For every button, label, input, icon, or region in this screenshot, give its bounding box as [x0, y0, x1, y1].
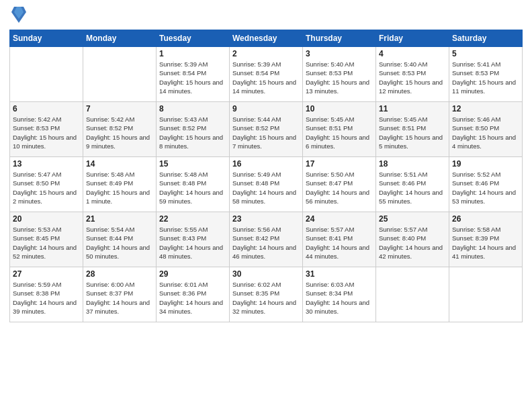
calendar-cell: 2Sunrise: 5:39 AMSunset: 8:54 PMDaylight… [230, 47, 303, 102]
calendar-cell [10, 47, 83, 102]
day-number: 19 [452, 159, 519, 169]
day-number: 15 [159, 159, 226, 169]
cell-info: Sunrise: 6:02 AMSunset: 8:35 PMDaylight:… [232, 280, 300, 316]
cell-info: Sunrise: 5:49 AMSunset: 8:48 PMDaylight:… [232, 170, 300, 205]
calendar-cell: 13Sunrise: 5:47 AMSunset: 8:50 PMDayligh… [10, 157, 83, 212]
calendar-cell: 30Sunrise: 6:02 AMSunset: 8:35 PMDayligh… [230, 267, 303, 322]
cell-info: Sunrise: 5:45 AMSunset: 8:51 PMDaylight:… [379, 115, 446, 150]
day-number: 6 [13, 104, 80, 113]
calendar-cell: 5Sunrise: 5:41 AMSunset: 8:53 PMDaylight… [449, 47, 523, 102]
column-header-sunday: Sunday [10, 30, 83, 47]
calendar-cell [83, 47, 157, 102]
calendar-cell: 11Sunrise: 5:45 AMSunset: 8:51 PMDayligh… [376, 102, 449, 157]
cell-info: Sunrise: 5:40 AMSunset: 8:53 PMDaylight:… [306, 60, 373, 95]
calendar-cell: 3Sunrise: 5:40 AMSunset: 8:53 PMDaylight… [303, 47, 376, 102]
cell-info: Sunrise: 6:00 AMSunset: 8:37 PMDaylight:… [86, 280, 153, 316]
cell-info: Sunrise: 5:48 AMSunset: 8:49 PMDaylight:… [86, 170, 153, 205]
day-number: 4 [379, 49, 446, 58]
cell-info: Sunrise: 5:42 AMSunset: 8:53 PMDaylight:… [13, 115, 80, 150]
calendar-cell: 10Sunrise: 5:45 AMSunset: 8:51 PMDayligh… [303, 102, 376, 157]
header [9, 7, 523, 24]
column-header-saturday: Saturday [449, 30, 523, 47]
day-number: 14 [86, 159, 153, 169]
calendar-cell: 28Sunrise: 6:00 AMSunset: 8:37 PMDayligh… [83, 267, 157, 322]
calendar-week-1: 1Sunrise: 5:39 AMSunset: 8:54 PMDaylight… [10, 47, 523, 102]
calendar-cell: 19Sunrise: 5:52 AMSunset: 8:46 PMDayligh… [449, 157, 523, 212]
cell-info: Sunrise: 5:50 AMSunset: 8:47 PMDaylight:… [306, 170, 373, 205]
cell-info: Sunrise: 5:41 AMSunset: 8:53 PMDaylight:… [452, 60, 519, 95]
cell-info: Sunrise: 5:45 AMSunset: 8:51 PMDaylight:… [306, 115, 373, 150]
calendar-cell: 12Sunrise: 5:46 AMSunset: 8:50 PMDayligh… [449, 102, 523, 157]
day-number: 8 [159, 104, 226, 113]
cell-info: Sunrise: 5:57 AMSunset: 8:40 PMDaylight:… [379, 225, 446, 261]
calendar-cell: 27Sunrise: 5:59 AMSunset: 8:38 PMDayligh… [10, 267, 83, 322]
day-number: 30 [232, 269, 300, 279]
calendar-cell: 15Sunrise: 5:48 AMSunset: 8:48 PMDayligh… [157, 157, 230, 212]
calendar-cell: 6Sunrise: 5:42 AMSunset: 8:53 PMDaylight… [10, 102, 83, 157]
day-number: 1 [159, 49, 226, 58]
column-header-wednesday: Wednesday [230, 30, 303, 47]
cell-info: Sunrise: 5:43 AMSunset: 8:52 PMDaylight:… [159, 115, 226, 150]
column-header-thursday: Thursday [303, 30, 376, 47]
cell-info: Sunrise: 5:47 AMSunset: 8:50 PMDaylight:… [13, 170, 80, 205]
cell-info: Sunrise: 5:59 AMSunset: 8:38 PMDaylight:… [13, 280, 80, 316]
cell-info: Sunrise: 5:40 AMSunset: 8:53 PMDaylight:… [379, 60, 446, 95]
logo-text-block [9, 7, 26, 24]
calendar-cell: 8Sunrise: 5:43 AMSunset: 8:52 PMDaylight… [157, 102, 230, 157]
day-number: 17 [306, 159, 373, 169]
day-number: 10 [306, 104, 373, 113]
calendar-header-row: SundayMondayTuesdayWednesdayThursdayFrid… [10, 30, 523, 47]
calendar-cell: 29Sunrise: 6:01 AMSunset: 8:36 PMDayligh… [157, 267, 230, 322]
calendar-cell: 21Sunrise: 5:54 AMSunset: 8:44 PMDayligh… [83, 212, 157, 267]
day-number: 9 [232, 104, 300, 113]
cell-info: Sunrise: 5:42 AMSunset: 8:52 PMDaylight:… [86, 115, 153, 150]
day-number: 3 [306, 49, 373, 58]
column-header-monday: Monday [83, 30, 157, 47]
calendar-week-5: 27Sunrise: 5:59 AMSunset: 8:38 PMDayligh… [10, 267, 523, 322]
calendar-week-4: 20Sunrise: 5:53 AMSunset: 8:45 PMDayligh… [10, 212, 523, 267]
day-number: 23 [232, 214, 300, 224]
cell-info: Sunrise: 5:55 AMSunset: 8:43 PMDaylight:… [159, 225, 226, 261]
day-number: 20 [13, 214, 80, 224]
cell-info: Sunrise: 5:58 AMSunset: 8:39 PMDaylight:… [452, 225, 519, 261]
cell-info: Sunrise: 5:54 AMSunset: 8:44 PMDaylight:… [86, 225, 153, 261]
cell-info: Sunrise: 5:39 AMSunset: 8:54 PMDaylight:… [159, 60, 226, 95]
day-number: 29 [159, 269, 226, 279]
day-number: 25 [379, 214, 446, 224]
day-number: 26 [452, 214, 519, 224]
cell-info: Sunrise: 5:48 AMSunset: 8:48 PMDaylight:… [159, 170, 226, 205]
day-number: 21 [86, 214, 153, 224]
cell-info: Sunrise: 5:56 AMSunset: 8:42 PMDaylight:… [232, 225, 300, 261]
calendar-cell [376, 267, 449, 322]
cell-info: Sunrise: 5:51 AMSunset: 8:46 PMDaylight:… [379, 170, 446, 205]
calendar-cell: 23Sunrise: 5:56 AMSunset: 8:42 PMDayligh… [230, 212, 303, 267]
day-number: 22 [159, 214, 226, 224]
calendar-cell: 1Sunrise: 5:39 AMSunset: 8:54 PMDaylight… [157, 47, 230, 102]
calendar-week-3: 13Sunrise: 5:47 AMSunset: 8:50 PMDayligh… [10, 157, 523, 212]
calendar-week-2: 6Sunrise: 5:42 AMSunset: 8:53 PMDaylight… [10, 102, 523, 157]
day-number: 24 [306, 214, 373, 224]
day-number: 16 [232, 159, 300, 169]
page: SundayMondayTuesdayWednesdayThursdayFrid… [0, 0, 532, 411]
day-number: 18 [379, 159, 446, 169]
cell-info: Sunrise: 6:01 AMSunset: 8:36 PMDaylight:… [159, 280, 226, 316]
cell-info: Sunrise: 5:39 AMSunset: 8:54 PMDaylight:… [232, 60, 300, 95]
calendar-cell: 24Sunrise: 5:57 AMSunset: 8:41 PMDayligh… [303, 212, 376, 267]
cell-info: Sunrise: 5:52 AMSunset: 8:46 PMDaylight:… [452, 170, 519, 205]
cell-info: Sunrise: 5:53 AMSunset: 8:45 PMDaylight:… [13, 225, 80, 261]
day-number: 5 [452, 49, 519, 58]
calendar-cell: 20Sunrise: 5:53 AMSunset: 8:45 PMDayligh… [10, 212, 83, 267]
cell-info: Sunrise: 6:03 AMSunset: 8:34 PMDaylight:… [306, 280, 373, 316]
cell-info: Sunrise: 5:57 AMSunset: 8:41 PMDaylight:… [306, 225, 373, 261]
day-number: 12 [452, 104, 519, 113]
calendar-table: SundayMondayTuesdayWednesdayThursdayFrid… [9, 30, 523, 322]
day-number: 28 [86, 269, 153, 279]
calendar-cell: 4Sunrise: 5:40 AMSunset: 8:53 PMDaylight… [376, 47, 449, 102]
calendar-cell: 18Sunrise: 5:51 AMSunset: 8:46 PMDayligh… [376, 157, 449, 212]
logo-icon [11, 5, 26, 24]
day-number: 31 [306, 269, 373, 279]
calendar-cell: 22Sunrise: 5:55 AMSunset: 8:43 PMDayligh… [157, 212, 230, 267]
column-header-tuesday: Tuesday [157, 30, 230, 47]
calendar-cell: 7Sunrise: 5:42 AMSunset: 8:52 PMDaylight… [83, 102, 157, 157]
day-number: 27 [13, 269, 80, 279]
